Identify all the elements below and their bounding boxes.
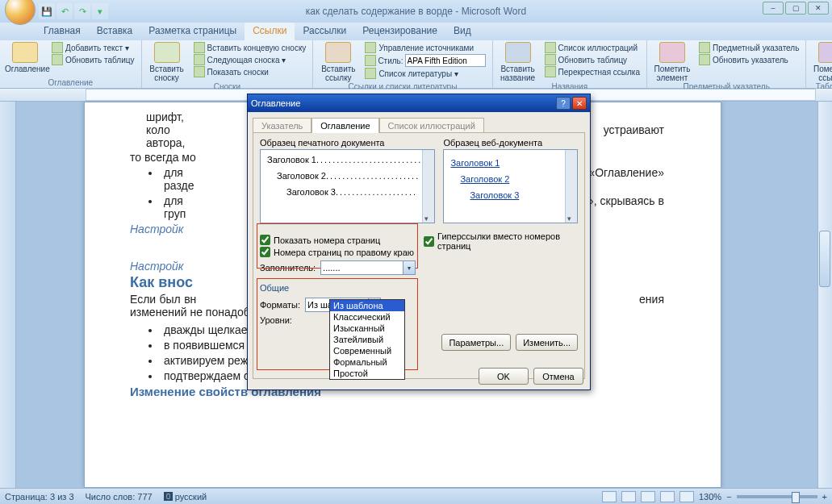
mark-entry-button[interactable]: Пометить элемент [652,42,692,82]
tab-mailings[interactable]: Рассылки [295,23,354,40]
format-option[interactable]: Затейливый [330,334,404,345]
zoom-in-button[interactable]: + [822,492,827,502]
dialog-tab-figures[interactable]: Список иллюстраций [379,118,484,133]
figures-list-button[interactable]: Список иллюстраций [543,42,642,53]
insert-caption-button[interactable]: Вставить название [498,42,538,82]
vertical-ruler[interactable] [0,102,16,488]
update-figures-button[interactable]: Обновить таблицу [543,54,642,65]
full-screen-view-button[interactable] [621,491,636,502]
toc-button[interactable]: Оглавление [5,42,45,73]
print-preview-label: Образец печатного документа [260,138,435,148]
cross-reference-button[interactable]: Перекрестная ссылка [543,66,642,77]
ribbon: Оглавление Добавить текст ▾ Обновить таб… [0,40,832,89]
tab-layout[interactable]: Разметка страницы [140,23,245,40]
dialog-tab-index[interactable]: Указатель [253,118,311,133]
citation-style-combo[interactable]: Стиль: [363,54,487,67]
chevron-down-icon: ▾ [403,261,415,274]
web-link-1[interactable]: Заголовок 1 [450,158,571,168]
title-bar: 💾 ↶ ↷ ▾ как сделать содержание в ворде -… [0,0,832,23]
close-button[interactable]: ✕ [808,2,829,15]
plus-icon [52,42,63,53]
print-layout-view-button[interactable] [602,491,617,502]
web-link-3[interactable]: Заголовок 3 [470,190,571,200]
tab-view[interactable]: Вид [445,23,479,40]
mark-citation-button[interactable]: Пометить ссылку [811,42,832,82]
update-table-button[interactable]: Обновить таблицу [50,54,136,65]
web-link-2[interactable]: Заголовок 2 [460,174,571,184]
web-preview-box: Заголовок 1 Заголовок 2 Заголовок 3 [443,149,578,223]
print-preview-box: Заголовок 1 ............................… [260,149,435,223]
show-footnotes-button[interactable]: Показать сноски [192,66,308,77]
dialog-tab-toc[interactable]: Оглавление [311,118,378,133]
tab-home[interactable]: Главная [36,23,89,40]
manage-sources-button[interactable]: Управление источниками [363,42,487,53]
scroll-thumb[interactable] [819,231,830,287]
dialog-titlebar[interactable]: Оглавление ? ✕ [248,94,590,112]
word-count[interactable]: Число слов: 777 [86,492,153,502]
ribbon-tabs: Главная Вставка Разметка страницы Ссылки… [0,23,832,40]
format-option[interactable]: Из шаблона [330,300,404,311]
cancel-button[interactable]: Отмена [533,368,583,385]
formats-dropdown-list[interactable]: Из шаблона Классический Изысканный Затей… [329,299,405,380]
page-indicator[interactable]: Страница: 3 из 3 [5,492,74,502]
zoom-level[interactable]: 130% [699,492,721,502]
web-layout-view-button[interactable] [641,491,655,502]
ok-button[interactable]: OK [479,368,529,385]
tab-insert[interactable]: Вставка [89,23,141,40]
next-footnote-button[interactable]: Следующая сноска ▾ [192,54,308,65]
web-preview-label: Образец веб-документа [443,138,578,148]
bibliography-button[interactable]: Список литературы ▾ [363,68,487,79]
dialog-help-button[interactable]: ? [556,97,571,110]
hyperlinks-checkbox[interactable]: Гиперссылки вместо номеров страниц [424,231,578,251]
zoom-out-button[interactable]: − [726,492,731,502]
tab-references[interactable]: Ссылки [245,23,295,40]
dialog-title: Оглавление [251,98,300,108]
vertical-scrollbar[interactable] [817,102,832,488]
language-indicator[interactable]: 🅾 русский [164,492,207,502]
tab-review[interactable]: Рецензирование [354,23,445,40]
format-option[interactable]: Классический [330,311,404,323]
tab-leader-combo[interactable]: .......▾ [320,260,416,275]
minimize-button[interactable]: – [763,2,784,15]
maximize-button[interactable]: ▢ [785,2,806,15]
office-button[interactable] [5,0,36,25]
window-title: как сделать содержание в ворде - Microso… [0,6,832,17]
zoom-slider[interactable] [737,495,817,498]
format-option[interactable]: Современный [330,345,404,356]
insert-index-button[interactable]: Предметный указатель [697,42,801,53]
format-option[interactable]: Формальный [330,356,404,368]
status-bar: Страница: 3 из 3 Число слов: 777 🅾 русск… [0,488,832,504]
refresh-icon [52,54,63,65]
modify-button[interactable]: Изменить... [516,334,578,351]
insert-endnote-button[interactable]: Вставить концевую сноску [192,42,308,53]
outline-view-button[interactable] [660,491,675,502]
format-option[interactable]: Изысканный [330,323,404,334]
toc-dialog: Оглавление ? ✕ Указатель Оглавление Спис… [247,94,591,390]
style-input[interactable] [405,54,486,67]
draft-view-button[interactable] [679,491,694,502]
insert-footnote-button[interactable]: Вставить сноску [147,42,187,82]
update-index-button[interactable]: Обновить указатель [697,54,801,65]
format-option[interactable]: Простой [330,368,404,379]
insert-citation-button[interactable]: Вставить ссылку [318,42,358,82]
dialog-close-button[interactable]: ✕ [572,97,587,110]
options-button[interactable]: Параметры... [441,334,511,351]
add-text-button[interactable]: Добавить текст ▾ [50,42,136,53]
